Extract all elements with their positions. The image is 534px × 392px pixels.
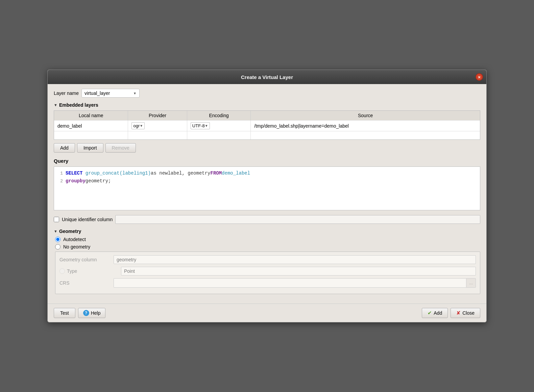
autodetect-label: Autodetect [63, 237, 86, 242]
table-header-row: Local name Provider Encoding Source [54, 111, 480, 121]
type-radio[interactable] [59, 268, 65, 274]
add-button[interactable]: Add [54, 143, 75, 153]
geometry-header: ▼ Geometry [54, 229, 480, 234]
no-geometry-label: No geometry [63, 244, 90, 250]
footer-left: Test ? Help [54, 308, 105, 318]
add-footer-button[interactable]: ✔ Add [422, 308, 448, 318]
embedded-layers-header: ▼ Embedded layers [54, 102, 480, 108]
layer-name-label: Layer name [54, 90, 79, 96]
remove-button[interactable]: Remove [105, 143, 136, 153]
line-num-1: 1 [56, 170, 63, 177]
table-ref: demo_label [222, 169, 250, 177]
create-virtual-layer-dialog: Create a Virtual Layer × Layer name ▼ ▼ … [47, 70, 487, 322]
crs-input[interactable] [114, 278, 466, 288]
geometry-label: Geometry [59, 229, 81, 234]
fn-group-concat: group_concat(labeling1) [86, 169, 151, 177]
help-icon: ? [83, 310, 89, 316]
unique-id-input[interactable] [115, 215, 480, 224]
close-footer-button[interactable]: ✘ Close [451, 308, 480, 318]
layer-name-field-wrapper: ▼ [81, 89, 140, 98]
crs-label: CRS [59, 280, 114, 286]
encoding-select[interactable]: UTF-8 ▼ [191, 122, 210, 129]
kw-from: FROM [211, 169, 222, 177]
cell-local-name: demo_label [54, 121, 128, 131]
plain-as-newlabel: as newlabel, geometry [151, 169, 210, 177]
line-num-2: 2 [56, 178, 63, 185]
geometry-column-row: Geometry column [59, 255, 476, 264]
query-section: Query 1 SELECT group_concat(labeling1) a… [54, 158, 480, 210]
kw-select: SELECT [66, 169, 82, 177]
unique-id-label: Unique identifier column [62, 217, 113, 222]
type-label: Type [67, 268, 121, 274]
unique-id-checkbox[interactable] [54, 217, 59, 222]
dialog-content: Layer name ▼ ▼ Embedded layers Local nam… [48, 84, 486, 304]
table-empty-row [54, 131, 480, 139]
kw-by: by [80, 177, 86, 185]
cell-source: /tmp/demo_label.shp|layername=demo_label [251, 121, 480, 131]
type-row: Type [59, 267, 476, 276]
geometry-options-box: Geometry column Type CRS ... [55, 252, 480, 294]
layer-name-dropdown-arrow[interactable]: ▼ [133, 92, 137, 95]
import-button[interactable]: Import [77, 143, 103, 153]
query-label: Query [54, 158, 480, 164]
close-icon[interactable]: × [476, 73, 483, 81]
layer-name-input[interactable] [84, 90, 132, 96]
dialog-title: Create a Virtual Layer [241, 74, 293, 80]
footer-right: ✔ Add ✘ Close [422, 308, 480, 318]
embedded-layers-btn-row: Add Import Remove [54, 143, 480, 153]
close-footer-label: Close [462, 310, 475, 316]
embedded-layers-table-container: Local name Provider Encoding Source demo… [54, 110, 480, 140]
embedded-layers-label: Embedded layers [59, 102, 98, 108]
table-row: demo_label ogr ▼ UTF-8 ▼ [54, 121, 480, 131]
crs-row: CRS ... [59, 278, 476, 288]
type-input[interactable] [121, 267, 476, 276]
no-geometry-row: No geometry [55, 244, 480, 250]
collapse-arrow-icon[interactable]: ▼ [54, 103, 57, 107]
col-header-local-name: Local name [54, 111, 128, 121]
kw-group: group [66, 177, 80, 185]
layer-name-row: Layer name ▼ [54, 89, 480, 98]
title-bar: Create a Virtual Layer × [48, 70, 486, 84]
test-button[interactable]: Test [54, 308, 75, 318]
code-line-2: 2 group by geometry; [56, 177, 478, 185]
geometry-collapse-arrow-icon[interactable]: ▼ [54, 229, 57, 233]
geometry-section: ▼ Geometry Autodetect No geometry Geomet… [54, 229, 480, 294]
plain-geometry: geometry; [86, 177, 111, 185]
geometry-column-input[interactable] [114, 255, 476, 264]
autodetect-row: Autodetect [55, 237, 480, 242]
col-header-provider: Provider [128, 111, 187, 121]
provider-select[interactable]: ogr ▼ [131, 122, 145, 129]
help-button[interactable]: ? Help [78, 308, 106, 318]
help-label: Help [91, 310, 101, 316]
unique-id-row: Unique identifier column [54, 215, 480, 224]
col-header-source: Source [251, 111, 480, 121]
footer: Test ? Help ✔ Add ✘ Close [48, 304, 486, 322]
code-line-1: 1 SELECT group_concat(labeling1) as newl… [56, 169, 478, 177]
embedded-layers-table: Local name Provider Encoding Source demo… [54, 111, 480, 139]
checkmark-icon: ✔ [428, 310, 432, 316]
cell-provider: ogr ▼ [128, 121, 187, 131]
autodetect-radio[interactable] [55, 237, 60, 242]
crs-browse-button[interactable]: ... [466, 278, 476, 288]
cell-encoding: UTF-8 ▼ [187, 121, 250, 131]
col-header-encoding: Encoding [187, 111, 250, 121]
query-editor[interactable]: 1 SELECT group_concat(labeling1) as newl… [54, 166, 480, 210]
geometry-column-label: Geometry column [59, 257, 114, 262]
add-footer-label: Add [434, 310, 442, 316]
x-close-icon: ✘ [456, 310, 461, 316]
no-geometry-radio[interactable] [55, 244, 60, 250]
